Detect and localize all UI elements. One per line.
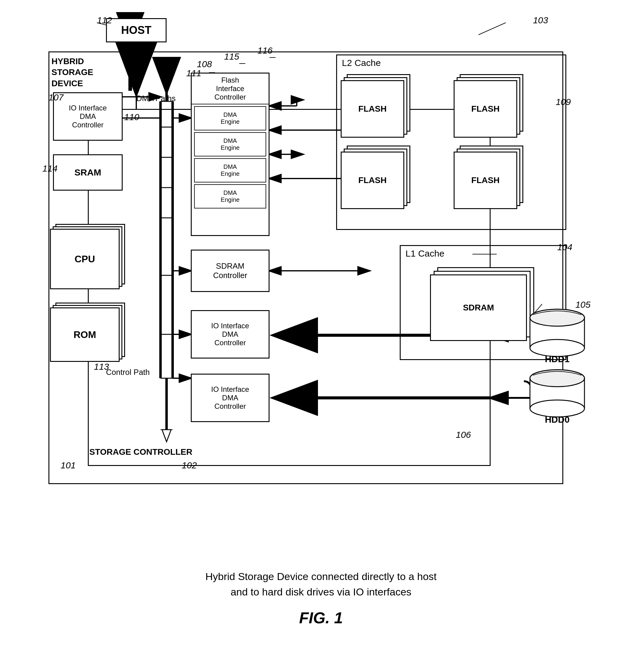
control-path-label: Control Path	[106, 368, 150, 377]
ref-104: 104	[557, 242, 572, 252]
ref-108: 108	[197, 59, 212, 69]
flash-page-front-4: FLASH	[454, 151, 517, 209]
hdd1-label: HDD1	[545, 354, 570, 364]
io-interface-dma-mid: IO InterfaceDMAController	[191, 310, 270, 358]
ref-114: 114	[42, 163, 57, 174]
flash-stack-1: FLASH	[341, 74, 413, 141]
l2-cache-title: L2 Cache	[337, 55, 565, 70]
rom-label: ROM	[74, 329, 96, 340]
ref-111: 111	[186, 68, 201, 78]
ref-102: 102	[182, 460, 197, 471]
flash-page-front-2: FLASH	[454, 80, 517, 138]
flash-stack-3: FLASH	[341, 146, 413, 212]
hdd0-group: HDD0	[527, 369, 588, 425]
hdd0-icon	[527, 369, 588, 418]
diagram-area: HOST 112 103 HYBRIDSTORAGEDEVICE STORAGE…	[33, 12, 609, 557]
ref-106: 106	[456, 430, 471, 440]
caption: Hybrid Storage Device connected directly…	[205, 569, 437, 600]
ref-105: 105	[575, 300, 591, 310]
sdram-stack: SDRAM	[430, 267, 536, 343]
host-box: HOST	[106, 18, 167, 42]
cpu-label: CPU	[75, 253, 95, 265]
io-interface-dma-bot: IO InterfaceDMAController	[191, 374, 270, 422]
ref-107: 107	[49, 92, 64, 103]
ref-110: 110	[124, 112, 139, 122]
page-container: HOST 112 103 HYBRIDSTORAGEDEVICE STORAGE…	[0, 0, 642, 639]
flash-stack-2: FLASH	[454, 74, 526, 141]
flash-page-front-1: FLASH	[341, 80, 404, 138]
dma-engine-4: DMAEngine	[194, 184, 266, 209]
dma-engine-1: DMAEngine	[194, 106, 266, 130]
hybrid-label: HYBRIDSTORAGEDEVICE	[51, 56, 93, 89]
fig-label: FIG. 1	[299, 609, 343, 627]
dma-engine-2: DMAEngine	[194, 132, 266, 156]
dma-engine-3: DMAEngine	[194, 158, 266, 182]
ref-109: 109	[556, 97, 571, 107]
l2-cache-area: L2 Cache FLASH FLASH FLAS	[336, 54, 566, 230]
flash-stack-4: FLASH	[454, 146, 526, 212]
flash-page-front-3: FLASH	[341, 151, 404, 209]
hdd1-group: HDD1	[527, 308, 588, 364]
flash-controller-title: FlashInterfaceController	[192, 74, 269, 104]
rom-stack: ROM	[50, 303, 129, 366]
hdd1-icon	[527, 308, 588, 357]
sdram-controller-box: SDRAMController	[191, 250, 270, 292]
hdd0-label: HDD0	[545, 414, 570, 425]
flash-grid: FLASH FLASH FLASH FLASH	[337, 70, 565, 216]
ref-103: 103	[533, 15, 548, 25]
cpu-stack: CPU	[50, 224, 129, 293]
cpu-page-front: CPU	[50, 229, 120, 289]
rom-page-front: ROM	[50, 307, 120, 362]
flash-interface-controller: FlashInterfaceController DMAEngine DMAEn…	[191, 73, 270, 236]
sdram-label: SDRAM	[463, 303, 494, 313]
svg-point-58	[530, 309, 585, 326]
dma-paths-label: DMA Paths	[136, 94, 176, 103]
sdram-page-front: SDRAM	[430, 274, 527, 341]
storage-controller-label: STORAGE CONTROLLER	[89, 447, 192, 457]
svg-point-64	[530, 370, 585, 387]
sram-label: SRAM	[75, 167, 101, 177]
ref-115: 115	[224, 51, 239, 62]
ref-101: 101	[61, 460, 76, 471]
sram-box: SRAM	[53, 154, 123, 190]
ref-116: 116	[257, 45, 272, 56]
host-label: HOST	[121, 24, 151, 37]
svg-line-50	[478, 23, 506, 35]
l1-cache-title: L1 Cache	[401, 246, 565, 261]
ref-112: 112	[97, 15, 112, 25]
